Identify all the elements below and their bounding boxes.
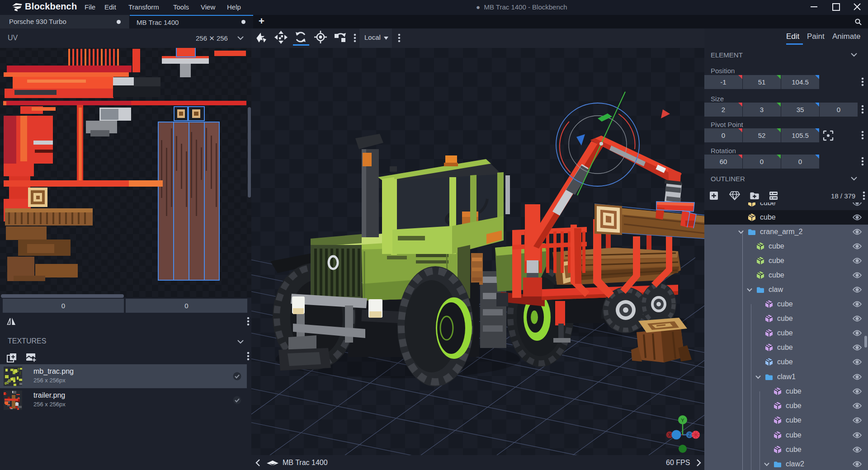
svg-text:Z: Z: [688, 432, 691, 437]
svg-text:Y: Y: [681, 418, 684, 423]
svg-text:X: X: [668, 432, 671, 437]
